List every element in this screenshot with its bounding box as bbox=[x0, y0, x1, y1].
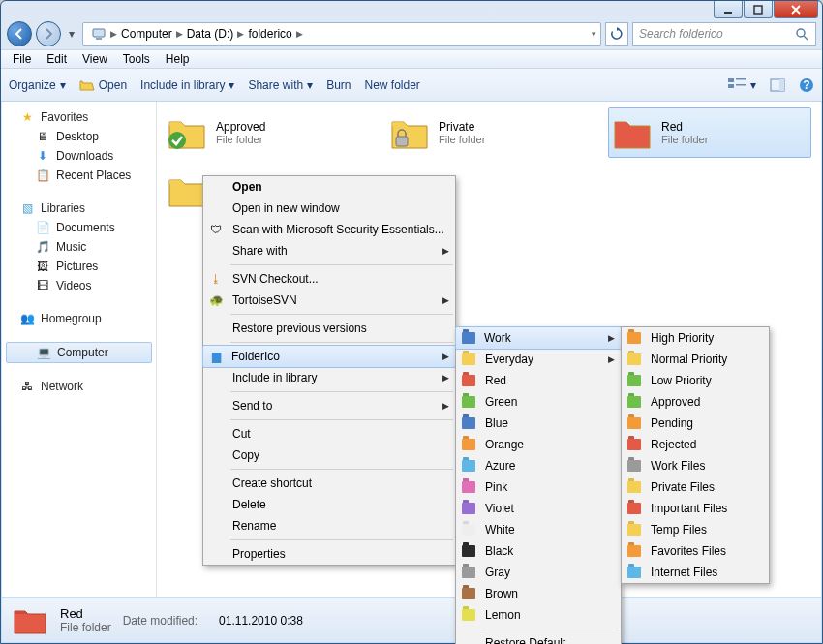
history-chevron-icon[interactable]: ▾ bbox=[592, 29, 596, 39]
menu-item-label: SVN Checkout... bbox=[232, 272, 319, 286]
menu-item[interactable]: Properties bbox=[203, 543, 455, 565]
breadcrumb[interactable]: ▶ Computer ▶ Data (D:) ▶ folderico ▶ ▾ bbox=[82, 22, 601, 46]
color-swatch-icon bbox=[462, 545, 475, 557]
menu-item[interactable]: Restore previous versions bbox=[203, 318, 455, 339]
menu-edit[interactable]: Edit bbox=[39, 50, 75, 68]
menu-item[interactable]: Important Files bbox=[622, 498, 769, 519]
menu-item[interactable]: High Priority bbox=[622, 327, 769, 349]
chevron-right-icon: ▶ bbox=[442, 246, 449, 256]
maximize-button[interactable] bbox=[744, 1, 773, 18]
crumb-data[interactable]: Data (D:) bbox=[183, 25, 238, 43]
menu-item[interactable]: White bbox=[456, 519, 621, 540]
context-menu-folderico[interactable]: Work▶Everyday▶RedGreenBlueOrangeAzurePin… bbox=[455, 326, 622, 644]
menu-item[interactable]: Work▶ bbox=[455, 326, 622, 350]
sidebar-item-documents[interactable]: 📄Documents bbox=[2, 218, 156, 237]
context-menu-main[interactable]: OpenOpen in new window🛡Scan with Microso… bbox=[202, 175, 456, 566]
menu-item[interactable]: Open in new window bbox=[203, 198, 455, 219]
menu-item[interactable]: ⭳SVN Checkout... bbox=[203, 268, 455, 290]
forward-button[interactable] bbox=[36, 21, 61, 46]
menu-item[interactable]: Rejected bbox=[622, 434, 769, 455]
minimize-button[interactable] bbox=[714, 1, 743, 18]
sidebar-item-downloads[interactable]: ⬇Downloads bbox=[2, 146, 156, 166]
menu-item-label: Everyday bbox=[485, 353, 533, 366]
folder-name: Approved bbox=[216, 120, 265, 134]
menu-item[interactable]: Send to▶ bbox=[203, 395, 455, 416]
menu-item[interactable]: Lemon bbox=[456, 604, 621, 626]
menu-item[interactable]: Everyday▶ bbox=[456, 349, 621, 370]
menu-item[interactable]: Delete bbox=[203, 494, 455, 515]
menu-item[interactable]: Low Priority bbox=[622, 370, 769, 391]
menu-item[interactable]: Copy bbox=[203, 445, 455, 466]
menu-view[interactable]: View bbox=[75, 50, 115, 68]
menu-item[interactable]: Restore Default bbox=[456, 632, 621, 644]
menu-item[interactable]: Red bbox=[456, 370, 621, 391]
close-button[interactable] bbox=[774, 1, 818, 18]
preview-pane-button[interactable] bbox=[770, 78, 785, 92]
search-input[interactable]: Search folderico bbox=[632, 22, 816, 46]
menu-item[interactable]: Green bbox=[456, 391, 621, 413]
menu-item[interactable]: Rename bbox=[203, 515, 455, 537]
svg-line-5 bbox=[804, 36, 808, 40]
menu-item[interactable]: Normal Priority bbox=[622, 349, 769, 370]
context-menu-work[interactable]: High PriorityNormal PriorityLow Priority… bbox=[621, 326, 770, 584]
folder-item[interactable]: ApprovedFile folder bbox=[163, 107, 366, 158]
sidebar-item-desktop[interactable]: 🖥Desktop bbox=[2, 127, 156, 146]
menu-item[interactable]: Blue bbox=[456, 413, 621, 434]
menu-item[interactable]: 🛡Scan with Microsoft Security Essentials… bbox=[203, 219, 455, 240]
menu-item[interactable]: Gray bbox=[456, 562, 621, 583]
view-mode-button[interactable]: ▾ bbox=[727, 77, 756, 93]
menu-item[interactable]: Brown bbox=[456, 583, 621, 604]
svg-rect-9 bbox=[736, 84, 746, 86]
menu-item[interactable]: Internet Files bbox=[622, 562, 769, 583]
menu-file[interactable]: File bbox=[5, 50, 39, 68]
crumb-computer[interactable]: Computer bbox=[117, 25, 176, 43]
help-button[interactable]: ? bbox=[799, 77, 814, 93]
menu-item-label: Azure bbox=[485, 459, 515, 473]
menu-item[interactable]: Favorites Files bbox=[622, 540, 769, 562]
refresh-button[interactable] bbox=[605, 22, 628, 46]
crumb-folderico[interactable]: folderico bbox=[244, 25, 295, 43]
menu-item[interactable]: Pink bbox=[456, 476, 621, 498]
menu-item[interactable]: Open bbox=[203, 176, 455, 198]
menu-item[interactable]: Work Files bbox=[622, 455, 769, 476]
menu-item[interactable]: Temp Files bbox=[622, 519, 769, 540]
folder-item[interactable]: RedFile folder bbox=[608, 107, 811, 158]
menu-item[interactable]: Share with▶ bbox=[203, 240, 455, 261]
sidebar-item-recent[interactable]: 📋Recent Places bbox=[2, 166, 156, 185]
menu-item[interactable]: ▆FolderIco▶ bbox=[202, 345, 456, 368]
menu-help[interactable]: Help bbox=[158, 50, 198, 68]
sidebar-item-videos[interactable]: 🎞Videos bbox=[2, 276, 156, 295]
history-dropdown[interactable]: ▾ bbox=[65, 27, 78, 41]
menu-tools[interactable]: Tools bbox=[115, 50, 158, 68]
include-library-button[interactable]: Include in library▾ bbox=[140, 78, 234, 92]
menu-item[interactable]: Azure bbox=[456, 455, 621, 476]
menu-item[interactable]: Violet bbox=[456, 498, 621, 519]
menu-item[interactable]: Include in library▶ bbox=[203, 367, 455, 388]
open-button[interactable]: Open bbox=[79, 77, 127, 93]
menu-item[interactable]: Create shortcut bbox=[203, 473, 455, 494]
sidebar-item-network[interactable]: 🖧Network bbox=[2, 377, 156, 396]
libraries-header[interactable]: ▧ Libraries bbox=[2, 199, 156, 218]
svg-rect-15 bbox=[396, 137, 408, 146]
back-button[interactable] bbox=[7, 21, 32, 46]
favorites-header[interactable]: ★ Favorites bbox=[2, 107, 156, 127]
sidebar-item-homegroup[interactable]: 👥Homegroup bbox=[2, 309, 156, 328]
menu-item[interactable]: Private Files bbox=[622, 476, 769, 498]
menu-item[interactable]: Black bbox=[456, 540, 621, 562]
menu-item[interactable]: Approved bbox=[622, 391, 769, 413]
folder-item[interactable]: PrivateFile folder bbox=[385, 107, 589, 158]
new-folder-button[interactable]: New folder bbox=[365, 78, 420, 92]
share-with-button[interactable]: Share with▾ bbox=[248, 78, 313, 92]
sidebar-item-computer[interactable]: 💻Computer bbox=[6, 342, 152, 363]
sidebar-item-pictures[interactable]: 🖼Pictures bbox=[2, 257, 156, 276]
videos-icon: 🎞 bbox=[35, 278, 50, 293]
burn-button[interactable]: Burn bbox=[326, 78, 351, 92]
menu-item[interactable]: 🐢TortoiseSVN▶ bbox=[203, 290, 455, 311]
menu-item[interactable]: Pending bbox=[622, 413, 769, 434]
sidebar-item-music[interactable]: 🎵Music bbox=[2, 237, 156, 257]
menu-item-label: Create shortcut bbox=[232, 476, 312, 490]
organize-button[interactable]: Organize▾ bbox=[9, 78, 66, 92]
menu-item[interactable]: Cut bbox=[203, 423, 455, 445]
menu-item-label: Favorites Files bbox=[651, 544, 726, 558]
menu-item[interactable]: Orange bbox=[456, 434, 621, 455]
